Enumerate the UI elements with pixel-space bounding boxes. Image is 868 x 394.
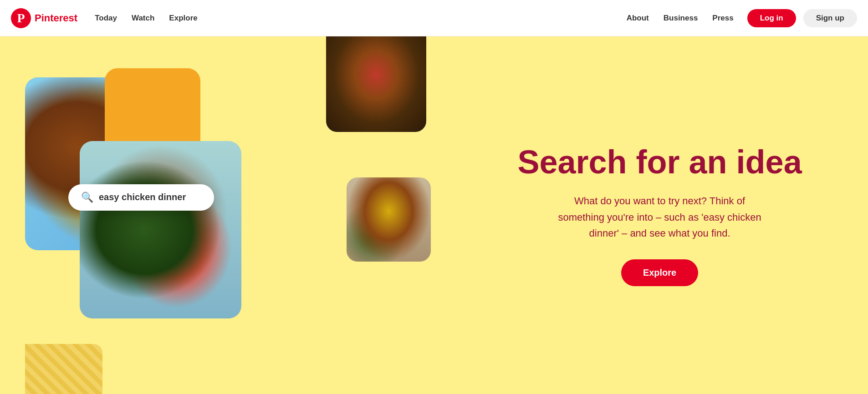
signup-button[interactable]: Sign up (803, 9, 857, 27)
food-image-top (326, 36, 426, 132)
food-card-front (80, 141, 241, 318)
nav-link-watch[interactable]: Watch (125, 10, 161, 26)
explore-button[interactable]: Explore (621, 259, 698, 286)
nav-links-right: About Business Press (620, 10, 740, 26)
food-card-small (347, 177, 431, 262)
hero-subtitle: What do you want to try next? Think of s… (551, 193, 769, 241)
hero-collage: 🔍 easy chicken dinner (0, 36, 451, 394)
login-button[interactable]: Log in (747, 9, 796, 27)
logo[interactable]: P Pinterest (11, 8, 77, 28)
hero-section: 🔍 easy chicken dinner Search for an idea… (0, 36, 868, 394)
nav-link-explore[interactable]: Explore (163, 10, 204, 26)
logo-icon: P (11, 8, 31, 28)
nav-link-today[interactable]: Today (88, 10, 123, 26)
pattern-decoration (25, 344, 102, 394)
nav-links-left: Today Watch Explore (88, 10, 204, 26)
nav-link-about[interactable]: About (620, 10, 655, 26)
nav-link-press[interactable]: Press (706, 10, 740, 26)
search-query-text: easy chicken dinner (99, 192, 186, 202)
search-bar-demo: 🔍 easy chicken dinner (68, 184, 214, 211)
search-icon: 🔍 (81, 192, 93, 203)
nav-link-business[interactable]: Business (657, 10, 705, 26)
navbar: P Pinterest Today Watch Explore About Bu… (0, 0, 868, 36)
hero-title: Search for an idea (517, 144, 802, 180)
hero-content: Search for an idea What do you want to t… (451, 126, 868, 304)
logo-wordmark: Pinterest (35, 12, 77, 24)
